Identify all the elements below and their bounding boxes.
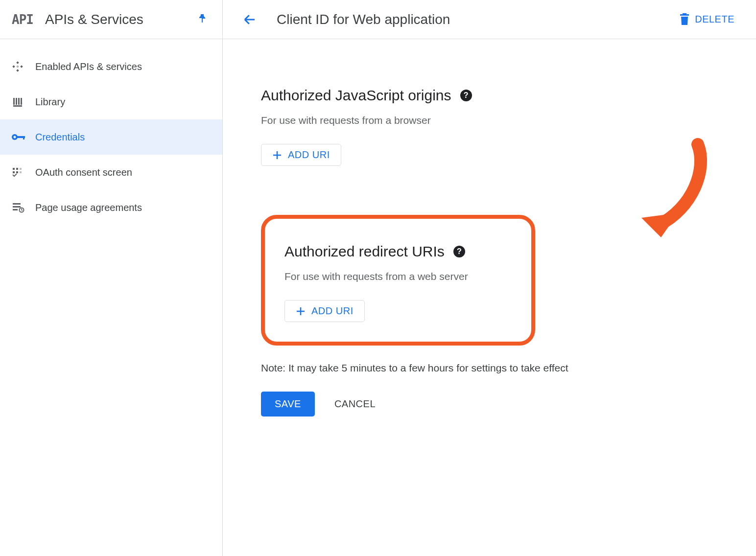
section-redirect-uris-highlight: Authorized redirect URIs ? For use with … bbox=[261, 215, 535, 346]
svg-rect-14 bbox=[13, 168, 15, 170]
add-uri-label: ADD URI bbox=[288, 149, 330, 161]
svg-rect-2 bbox=[20, 65, 23, 68]
sidebar-item-label: Credentials bbox=[35, 132, 211, 143]
main-header: Client ID for Web application DELETE bbox=[223, 0, 756, 39]
js-origins-desc: For use with requests from a browser bbox=[261, 115, 721, 126]
back-button[interactable] bbox=[238, 8, 261, 31]
sidebar: API APIs & Services Enabled APIs & servi… bbox=[0, 0, 223, 556]
svg-rect-7 bbox=[18, 98, 20, 105]
section-js-origins: Authorized JavaScript origins ? For use … bbox=[261, 87, 721, 166]
svg-rect-6 bbox=[16, 98, 17, 105]
sidebar-item-library[interactable]: Library bbox=[0, 84, 222, 119]
svg-rect-24 bbox=[680, 14, 689, 16]
content-area: Authorized JavaScript origins ? For use … bbox=[223, 39, 756, 436]
cancel-button[interactable]: CANCEL bbox=[334, 398, 376, 410]
svg-rect-22 bbox=[13, 209, 18, 210]
help-icon[interactable]: ? bbox=[460, 90, 472, 101]
action-row: SAVE CANCEL bbox=[261, 392, 721, 417]
svg-rect-13 bbox=[23, 136, 24, 139]
save-button[interactable]: SAVE bbox=[261, 392, 315, 417]
sidebar-title: APIs & Services bbox=[45, 12, 194, 27]
svg-rect-19 bbox=[20, 171, 22, 173]
library-icon bbox=[12, 96, 35, 108]
sidebar-header: API APIs & Services bbox=[0, 0, 222, 39]
svg-rect-16 bbox=[16, 168, 18, 170]
sidebar-item-credentials[interactable]: Credentials bbox=[0, 119, 222, 155]
plus-icon bbox=[296, 306, 306, 316]
svg-rect-25 bbox=[683, 13, 686, 14]
delete-label: DELETE bbox=[695, 14, 734, 25]
svg-rect-20 bbox=[13, 203, 21, 205]
svg-rect-21 bbox=[13, 206, 21, 208]
delete-button[interactable]: DELETE bbox=[673, 9, 740, 30]
sidebar-item-enabled-apis[interactable]: Enabled APIs & services bbox=[0, 49, 222, 84]
redirect-uris-desc: For use with requests from a web server bbox=[284, 271, 512, 282]
svg-rect-5 bbox=[13, 98, 15, 105]
section-title: Authorized JavaScript origins ? bbox=[261, 87, 721, 104]
trash-icon bbox=[679, 13, 690, 26]
add-uri-button-redirect[interactable]: ADD URI bbox=[284, 300, 365, 322]
svg-rect-17 bbox=[16, 171, 18, 173]
sidebar-item-oauth-consent[interactable]: OAuth consent screen bbox=[0, 155, 222, 190]
section-title: Authorized redirect URIs ? bbox=[284, 243, 512, 260]
sidebar-nav: Enabled APIs & services Library Credenti… bbox=[0, 39, 222, 235]
sidebar-item-label: Library bbox=[35, 96, 211, 108]
sidebar-item-label: Enabled APIs & services bbox=[35, 61, 211, 72]
redirect-uris-title: Authorized redirect URIs bbox=[284, 243, 445, 260]
svg-rect-8 bbox=[21, 98, 22, 105]
page-title: Client ID for Web application bbox=[277, 12, 673, 27]
pin-icon[interactable] bbox=[194, 10, 211, 29]
svg-rect-9 bbox=[13, 105, 22, 107]
page-usage-icon bbox=[12, 202, 35, 213]
consent-screen-icon bbox=[12, 166, 35, 178]
help-icon[interactable]: ? bbox=[453, 246, 465, 257]
settings-note: Note: It may take 5 minutes to a few hou… bbox=[261, 362, 721, 374]
plus-icon bbox=[272, 150, 282, 160]
svg-rect-18 bbox=[20, 168, 22, 170]
svg-rect-1 bbox=[12, 65, 15, 68]
svg-rect-4 bbox=[16, 65, 19, 68]
diamond-grid-icon bbox=[12, 61, 35, 72]
js-origins-title: Authorized JavaScript origins bbox=[261, 87, 451, 104]
api-logo: API bbox=[12, 12, 33, 27]
sidebar-item-page-usage[interactable]: Page usage agreements bbox=[0, 190, 222, 225]
sidebar-item-label: Page usage agreements bbox=[35, 202, 211, 213]
add-uri-label: ADD URI bbox=[311, 305, 354, 317]
key-icon bbox=[12, 133, 35, 141]
svg-rect-3 bbox=[16, 69, 19, 72]
svg-rect-0 bbox=[16, 61, 19, 64]
add-uri-button-js[interactable]: ADD URI bbox=[261, 144, 341, 166]
svg-rect-15 bbox=[13, 171, 15, 173]
main-area: Client ID for Web application DELETE Aut… bbox=[223, 0, 756, 556]
sidebar-item-label: OAuth consent screen bbox=[35, 167, 211, 178]
svg-point-11 bbox=[14, 136, 16, 139]
